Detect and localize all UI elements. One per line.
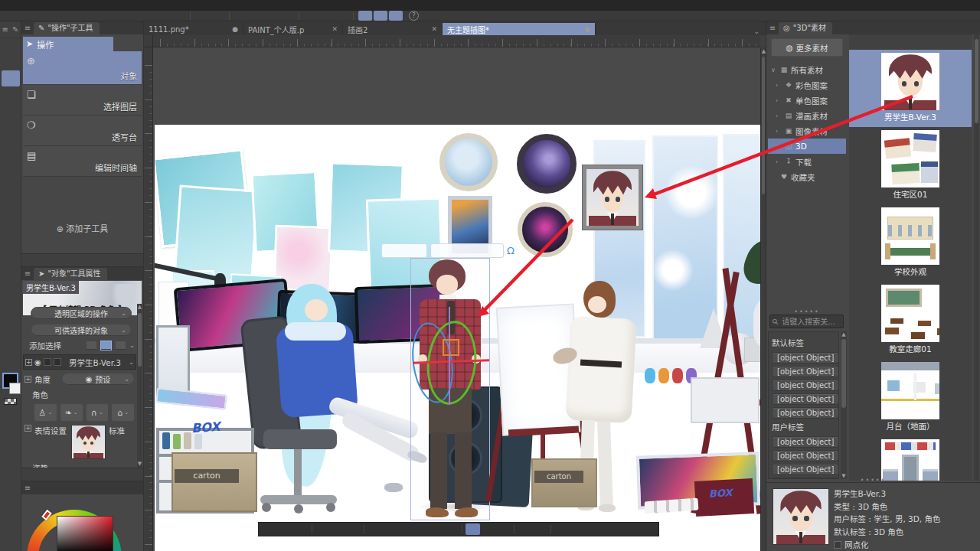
tool-property-tab[interactable]: ➤"对象"工具属性 [34, 268, 107, 280]
tag-pill[interactable]: [object Object] [772, 436, 839, 448]
checkbox[interactable] [44, 358, 51, 366]
canvas-tab[interactable]: 无主题插图*● [443, 23, 596, 35]
tool-icon[interactable] [2, 70, 20, 86]
tree-arrow-icon[interactable]: › [776, 158, 782, 165]
material-thumbnail-image[interactable] [881, 362, 939, 419]
tool-icon[interactable] [2, 167, 20, 183]
bottom-toolbar-icon[interactable] [279, 523, 293, 535]
bottom-toolbar-icon[interactable] [429, 523, 443, 535]
bottom-toolbar-icon[interactable] [364, 525, 364, 533]
tab-list-caret[interactable]: ⌄ [753, 28, 760, 35]
tool-icon[interactable] [2, 328, 20, 344]
eye-icon[interactable]: ◉ [34, 358, 41, 367]
gizmo-center-square[interactable] [443, 339, 459, 356]
tag-pill[interactable]: [object Object] [772, 366, 839, 377]
panel-menu-icon[interactable]: ≡ [21, 22, 34, 34]
material-tree-item[interactable]: › ↧ 下载 [768, 154, 846, 169]
subtool-panel-tab[interactable]: ✎"操作"子工具 [34, 22, 100, 34]
subtool-item[interactable]: ❏ 选择图层 [23, 85, 142, 116]
expand-icon[interactable]: + [24, 376, 31, 383]
bottom-toolbar-icon[interactable] [383, 523, 397, 535]
canvas-vertical-scrollbar[interactable]: ▲ [760, 47, 766, 551]
chevron-down-icon[interactable]: ⌄ [129, 359, 134, 366]
materials-panel-tab[interactable]: ◎"3D"素材 [779, 22, 832, 34]
background-color-swatch[interactable] [9, 383, 21, 394]
add-subtool-button[interactable]: ⊕ 添加子工具 [21, 222, 143, 234]
panel-menu-icon[interactable]: ≡ [21, 482, 34, 494]
character-part-dropdown[interactable]: ❧⌄ [60, 403, 83, 422]
command-icon[interactable] [250, 11, 263, 21]
material-tree-item[interactable]: › ▤ 漫画素材 [768, 108, 846, 123]
subtool-item[interactable]: ▤ 编辑时间轴 [23, 146, 142, 177]
tree-arrow-icon[interactable]: ∨ [771, 67, 777, 73]
command-icon[interactable] [374, 11, 387, 21]
character-part-dropdown[interactable]: ⌂⌄ [111, 403, 135, 422]
bottom-toolbar-icon[interactable] [398, 523, 413, 535]
bottom-toolbar-icon[interactable] [554, 523, 569, 535]
checkbox[interactable] [54, 358, 61, 366]
material-tree-item[interactable]: › ▣ 图像素材 [768, 123, 846, 139]
panel-splitter-handle[interactable]: ••••• [766, 477, 980, 484]
floating-character-portrait[interactable] [582, 165, 643, 230]
material-thumbnail-image[interactable] [881, 285, 939, 342]
command-icon[interactable] [299, 12, 299, 20]
bottom-toolbar-icon[interactable] [315, 523, 330, 535]
command-icon[interactable] [190, 12, 191, 20]
command-icon[interactable] [319, 11, 333, 21]
tool-icon[interactable] [2, 135, 20, 151]
expression-thumbnail[interactable] [71, 425, 106, 459]
tag-pill[interactable]: [object Object] [772, 450, 839, 461]
tree-arrow-icon[interactable]: › [776, 128, 782, 135]
tree-arrow-icon[interactable]: › [776, 143, 782, 150]
tag-pill[interactable]: [object Object] [772, 464, 839, 475]
bottom-toolbar-icon[interactable] [518, 523, 532, 535]
material-thumbnail-image[interactable] [881, 53, 939, 110]
command-icon[interactable] [358, 11, 372, 21]
tool-icon[interactable] [2, 183, 20, 199]
command-icon[interactable] [335, 11, 348, 21]
tab-mark-icon[interactable]: ✕ [431, 25, 437, 33]
panel-menu-icon[interactable]: ≡ [766, 22, 779, 34]
add-select-multi[interactable] [115, 341, 126, 350]
material-thumbnail-image[interactable] [881, 439, 939, 481]
bottom-toolbar-icon[interactable] [263, 523, 278, 535]
material-tree-item[interactable]: ∨ ▦ 所有素材 [768, 62, 846, 77]
tag-pill[interactable]: [object Object] [772, 407, 839, 419]
scrollbar[interactable]: ▲▼ [137, 304, 142, 468]
add-select-add[interactable] [100, 341, 112, 350]
expand-icon[interactable]: + [25, 359, 32, 366]
bottom-toolbar-icon[interactable] [294, 523, 309, 535]
tab-mark-icon[interactable]: ● [584, 25, 590, 33]
command-icon[interactable] [280, 11, 294, 21]
tool-icon[interactable] [2, 151, 20, 167]
material-thumbnail-item[interactable]: 住宅区01 [849, 127, 972, 204]
character-part-dropdown[interactable]: ∩⌄ [86, 403, 109, 422]
canvas-tab[interactable]: 1111.png*● [144, 23, 243, 35]
saturation-value-square[interactable] [57, 516, 113, 551]
bottom-toolbar-icon[interactable] [466, 523, 480, 535]
toolbar-menu-icon[interactable]: ≡ [2, 25, 8, 34]
character-part-dropdown[interactable]: ♙⌄ [34, 403, 57, 422]
material-thumbnail-image[interactable] [881, 207, 939, 265]
scrollbar[interactable] [974, 34, 979, 481]
tool-icon[interactable] [2, 311, 20, 328]
canvas-viewport[interactable]: BOX carton [153, 47, 760, 551]
command-icon[interactable] [141, 11, 155, 21]
tree-arrow-icon[interactable]: › [776, 112, 782, 119]
chevron-down-icon[interactable]: ⌄ [129, 342, 135, 349]
command-icon[interactable] [234, 11, 248, 21]
bottom-toolbar-icon[interactable] [600, 523, 615, 535]
subtool-group-header[interactable]: ➤操作 [23, 37, 113, 51]
tool-icon[interactable] [2, 199, 20, 215]
tree-arrow-icon[interactable]: › [776, 97, 782, 104]
tone-checkbox[interactable] [834, 541, 841, 549]
bottom-toolbar-icon[interactable] [413, 523, 428, 535]
transparent-color-swatch[interactable] [4, 398, 17, 405]
angle-preset-dropdown[interactable]: ◉预设⌄ [61, 373, 135, 386]
material-tree-item[interactable]: ♥ 收藏夹 [768, 169, 846, 184]
more-materials-button[interactable]: ◍更多素材 [771, 38, 843, 57]
selectable-object-dropdown[interactable]: 可供选择的对象⌄ [31, 324, 132, 337]
material-tree-item[interactable]: › ◫ 3D [768, 139, 846, 154]
command-icon[interactable] [211, 11, 224, 21]
material-thumbnail-item[interactable]: 男学生B-Ver.3 [849, 50, 972, 127]
